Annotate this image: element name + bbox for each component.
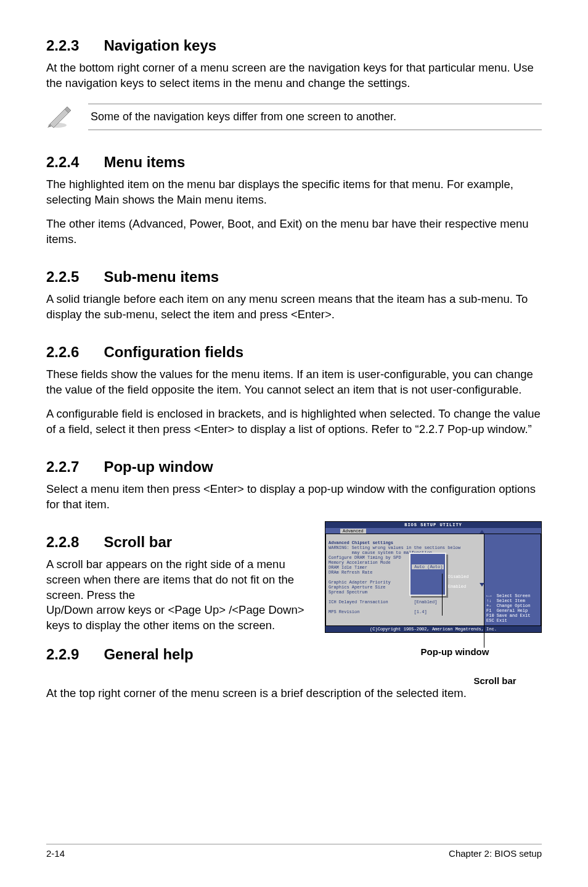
heading-number: 2.2.8 <box>46 534 79 551</box>
heading-title: Pop-up window <box>104 458 213 476</box>
heading-2-2-4: 2.2.4 Menu items <box>46 154 542 171</box>
heading-title: General help <box>104 646 193 663</box>
page-footer: 2-14 Chapter 2: BIOS setup <box>46 844 542 859</box>
page-number: 2-14 <box>46 848 65 859</box>
heading-number: 2.2.7 <box>46 458 79 476</box>
callout-line <box>484 589 484 648</box>
paragraph: A solid triangle before each item on any… <box>46 292 542 323</box>
heading-title: Scroll bar <box>104 534 172 551</box>
paragraph: Up/Down arrow keys or <Page Up> /<Page D… <box>46 603 317 633</box>
bios-section-heading: Advanced Chipset settings <box>329 540 393 545</box>
heading-2-2-7: 2.2.7 Pop-up window <box>46 458 542 476</box>
bios-main-panel: Advanced Chipset settings WARNING: Setti… <box>325 534 484 627</box>
annotation-popup-window: Pop-up window <box>368 646 542 657</box>
bios-active-tab: Advanced <box>340 529 366 534</box>
scroll-down-icon <box>480 583 484 587</box>
bios-window: BIOS SETUP UTILITY Advanced Advanced Chi… <box>325 521 542 633</box>
bios-screenshot-figure: BIOS SETUP UTILITY Advanced Advanced Chi… <box>325 521 542 687</box>
paragraph: The highlighted item on the menu bar dis… <box>46 177 542 208</box>
heading-number: 2.2.5 <box>46 268 79 286</box>
heading-number: 2.2.3 <box>46 37 79 54</box>
bios-popup: Auto (Auto) Disabled Enabled <box>409 553 446 596</box>
bios-title-bar: BIOS SETUP UTILITY <box>325 522 541 528</box>
paragraph: At the top right corner of the menu scre… <box>46 686 542 701</box>
bios-help-keys: ←→ Select Screen ↑↓ Select Item +- Chang… <box>486 593 539 623</box>
paragraph: A scroll bar appears on the right side o… <box>46 557 317 603</box>
heading-title: Configuration fields <box>104 344 243 361</box>
heading-number: 2.2.6 <box>46 344 79 361</box>
note-pen-icon <box>46 104 73 129</box>
paragraph: A configurable field is enclosed in brac… <box>46 406 542 437</box>
paragraph: Select a menu item then press <Enter> to… <box>46 482 542 513</box>
callout-line <box>442 574 443 616</box>
paragraph: At the bottom right corner of a menu scr… <box>46 60 542 91</box>
heading-2-2-3: 2.2.3 Navigation keys <box>46 37 542 54</box>
heading-number: 2.2.4 <box>46 154 79 171</box>
paragraph: The other items (Advanced, Power, Boot, … <box>46 217 542 247</box>
heading-2-2-8: 2.2.8 Scroll bar <box>46 534 317 551</box>
heading-number: 2.2.9 <box>46 646 79 663</box>
heading-2-2-9: 2.2.9 General help <box>46 646 317 663</box>
bios-popup-option: Enabled <box>448 584 466 589</box>
chapter-label: Chapter 2: BIOS setup <box>449 848 542 859</box>
heading-2-2-6: 2.2.6 Configuration fields <box>46 344 542 361</box>
bios-help-panel: ←→ Select Screen ↑↓ Select Item +- Chang… <box>484 534 541 627</box>
bios-menu-bar: Advanced <box>325 528 541 534</box>
bios-copyright: (C)Copyright 1985-2002, American Megatre… <box>325 626 541 632</box>
heading-2-2-5: 2.2.5 Sub-menu items <box>46 268 542 286</box>
bios-popup-option: Disabled <box>448 574 469 579</box>
note-row: Some of the navigation keys differ from … <box>46 104 542 130</box>
annotation-scroll-bar: Scroll bar <box>448 675 542 686</box>
scroll-up-icon <box>480 530 484 534</box>
note-text: Some of the navigation keys differ from … <box>88 104 542 130</box>
heading-title: Navigation keys <box>104 37 216 54</box>
bios-popup-option-highlight: Auto (Auto) <box>412 564 444 569</box>
heading-title: Menu items <box>104 154 185 171</box>
paragraph: These fields show the values for the men… <box>46 367 542 398</box>
heading-title: Sub-menu items <box>104 268 219 286</box>
